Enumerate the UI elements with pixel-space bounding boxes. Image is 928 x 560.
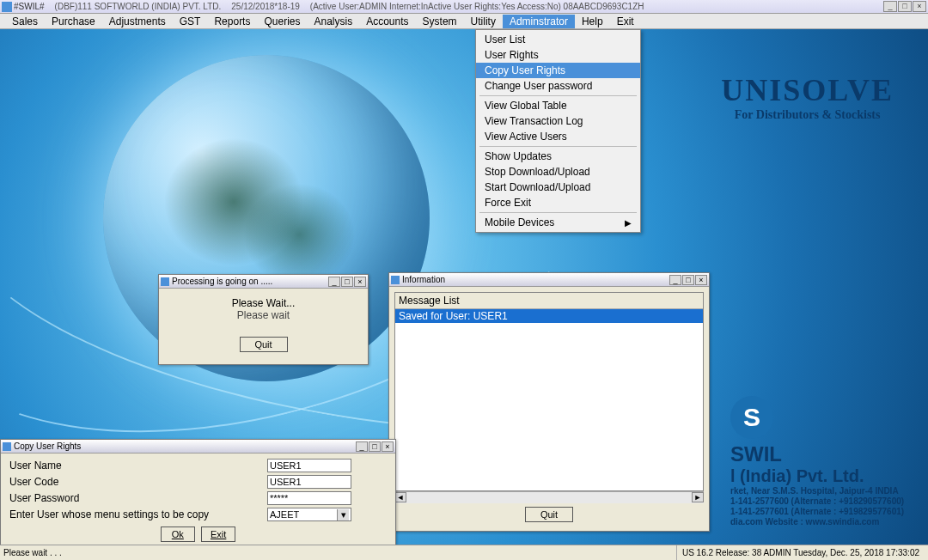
dd-separator <box>479 212 637 213</box>
dd-start-download[interactable]: Start Download/Upload <box>476 180 640 195</box>
submenu-arrow-icon: ▶ <box>625 218 632 228</box>
menu-accounts[interactable]: Accounts <box>359 15 415 28</box>
message-row[interactable]: Saved for User: USER1 <box>395 309 703 323</box>
menu-adjustments[interactable]: Adjustments <box>102 15 173 28</box>
dd-stop-download[interactable]: Stop Download/Upload <box>476 164 640 180</box>
dd-force-exit[interactable]: Force Exit <box>476 195 640 210</box>
company-addr3: 1-141-2577601 (Alternate : +919829577601… <box>730 507 928 517</box>
dd-view-active-users[interactable]: View Active Users <box>476 129 640 144</box>
message-list[interactable]: Message List Saved for User: USER1 <box>394 292 704 491</box>
processing-title: Processing is going on ..... <box>172 277 272 286</box>
scroll-right-icon[interactable]: ► <box>692 492 704 502</box>
menu-sales[interactable]: Sales <box>5 15 45 28</box>
app-name: #SWIL# <box>14 2 45 11</box>
dd-copy-user-rights[interactable]: Copy User Rights <box>476 63 640 78</box>
menu-help[interactable]: Help <box>575 15 610 28</box>
please-wait-sub: Please wait <box>168 309 359 321</box>
info-title: Information <box>402 275 445 284</box>
dd-user-rights[interactable]: User Rights <box>476 47 640 63</box>
information-window: Information _ □ × Message List Saved for… <box>388 272 710 532</box>
window-icon <box>391 276 400 284</box>
dd-view-global-table[interactable]: View Global Table <box>476 98 640 113</box>
user-name-label: User Name <box>9 460 267 472</box>
menubar: Sales Purchase Adjustments GST Reports Q… <box>0 14 928 29</box>
dd-mobile-devices[interactable]: Mobile Devices▶ <box>476 215 640 230</box>
maximize-button[interactable]: □ <box>898 1 912 12</box>
copy-from-label: Enter User whose menu settings to be cop… <box>9 508 267 520</box>
menu-queries[interactable]: Queries <box>257 15 307 28</box>
h-scrollbar[interactable]: ◄ ► <box>394 491 704 503</box>
dd-separator <box>479 146 637 147</box>
copy-titlebar[interactable]: Copy User Rights _ □ × <box>1 440 395 453</box>
company-addr1: rket, Near S.M.S. Hospital, Jaipur-4 IND… <box>730 486 928 496</box>
minimize-button[interactable]: _ <box>883 1 897 12</box>
menu-utility[interactable]: Utility <box>464 15 503 28</box>
dd-view-transaction-log[interactable]: View Transaction Log <box>476 113 640 129</box>
company-name1: SWIL <box>730 442 928 466</box>
close-button[interactable]: × <box>695 275 707 285</box>
scroll-left-icon[interactable]: ◄ <box>394 492 406 502</box>
maximize-button[interactable]: □ <box>341 277 353 287</box>
minimize-button[interactable]: _ <box>356 441 368 452</box>
company-block: S SWIL l (India) Pvt. Ltd. rket, Near S.… <box>730 396 928 527</box>
menu-system[interactable]: System <box>416 15 464 28</box>
title-date: 25/12/2018*18-19 <box>231 2 300 11</box>
quit-button[interactable]: Quit <box>525 507 573 522</box>
workspace: UNISOLVE For Distributors & Stockists S … <box>0 29 928 545</box>
quit-button[interactable]: Quit <box>240 337 288 352</box>
minimize-button[interactable]: _ <box>669 275 681 285</box>
menu-reports[interactable]: Reports <box>207 15 257 28</box>
user-password-input[interactable] <box>267 491 351 505</box>
maximize-button[interactable]: □ <box>682 275 694 285</box>
exit-button[interactable]: Exit <box>201 527 235 542</box>
user-password-label: User Password <box>9 492 267 504</box>
menu-administrator[interactable]: Adminstrator <box>503 15 575 28</box>
maximize-button[interactable]: □ <box>369 441 381 452</box>
dd-show-updates[interactable]: Show Updates <box>476 149 640 164</box>
app-icon <box>2 2 12 12</box>
close-button[interactable]: × <box>354 277 366 287</box>
copy-title: Copy User Rights <box>14 441 81 451</box>
user-code-input[interactable] <box>267 475 351 489</box>
statusbar: Please wait . . . US 16.2 Release: 38 AD… <box>0 545 928 560</box>
menu-gst[interactable]: GST <box>173 15 208 28</box>
user-name-input[interactable] <box>267 459 351 472</box>
info-titlebar[interactable]: Information _ □ × <box>389 273 709 287</box>
please-wait-text: Please Wait... <box>168 297 359 309</box>
brand-subtitle: For Distributors & Stockists <box>721 108 894 122</box>
company-name2: l (India) Pvt. Ltd. <box>730 466 928 486</box>
brand-title: UNISOLVE <box>721 72 894 108</box>
company-addr4: dia.com Website : www.swindia.com <box>730 517 928 527</box>
status-right: US 16.2 Release: 38 ADMIN Tuesday, Dec. … <box>676 545 925 560</box>
menu-purchase[interactable]: Purchase <box>45 15 102 28</box>
brand-block: UNISOLVE For Distributors & Stockists <box>721 72 894 122</box>
processing-titlebar[interactable]: Processing is going on ..... _ □ × <box>159 275 368 289</box>
menu-analysis[interactable]: Analysis <box>308 15 360 28</box>
app-titlebar: #SWIL# (DBF)111 SOFTWORLD (INDIA) PVT. L… <box>0 0 928 14</box>
message-list-header: Message List <box>395 293 703 309</box>
status-left: Please wait . . . <box>3 548 62 557</box>
window-icon <box>161 277 169 286</box>
company-logo: S <box>730 396 773 439</box>
processing-window: Processing is going on ..... _ □ × Pleas… <box>158 274 369 365</box>
minimize-button[interactable]: _ <box>328 277 340 287</box>
window-icon <box>3 442 11 451</box>
administrator-dropdown: User List User Rights Copy User Rights C… <box>475 29 641 233</box>
ok-button[interactable]: Ok <box>161 527 195 542</box>
copy-from-combo[interactable]: AJEET ▾ <box>267 508 351 521</box>
company-addr2: 1-141-2577600 (Alternate : +918290577600… <box>730 496 928 507</box>
user-code-label: User Code <box>9 476 267 488</box>
close-button[interactable]: × <box>382 441 394 452</box>
menu-exit[interactable]: Exit <box>610 15 641 28</box>
dd-separator <box>479 95 637 96</box>
copy-from-value: AJEET <box>270 509 299 520</box>
close-button[interactable]: × <box>913 1 926 12</box>
dd-user-list[interactable]: User List <box>476 32 640 47</box>
copy-user-rights-window: Copy User Rights _ □ × User Name User Co… <box>0 439 396 545</box>
db-name: (DBF)111 SOFTWORLD (INDIA) PVT. LTD. <box>55 2 222 11</box>
chevron-down-icon[interactable]: ▾ <box>337 509 349 520</box>
session-info: (Active User:ADMIN Internet:InActive Use… <box>310 2 644 11</box>
dd-change-password[interactable]: Change User password <box>476 78 640 94</box>
